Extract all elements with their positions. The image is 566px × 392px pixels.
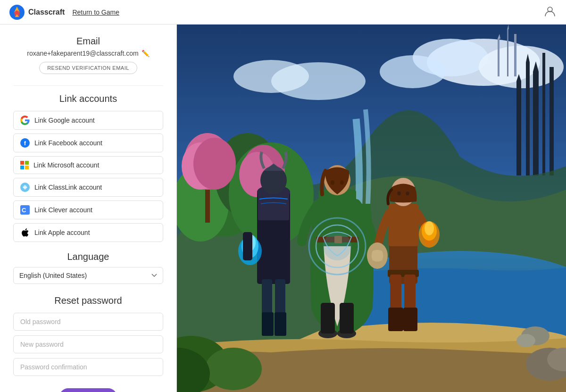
return-to-game-link[interactable]: Return to Game	[72, 8, 119, 16]
svg-rect-23	[542, 53, 545, 175]
svg-rect-16	[507, 29, 508, 76]
language-select[interactable]: English (United States) Español Français…	[13, 267, 163, 284]
link-accounts-title: Link accounts	[13, 93, 163, 104]
facebook-icon: f	[20, 138, 30, 148]
user-avatar-icon[interactable]	[543, 5, 557, 20]
link-apple-button[interactable]: Link Apple account	[13, 223, 163, 242]
svg-rect-79	[388, 308, 403, 331]
link-google-label: Link Google account	[34, 117, 95, 124]
link-classlink-button[interactable]: Link ClassLink account	[13, 178, 163, 197]
edit-email-icon[interactable]: ✏️	[142, 50, 150, 57]
svg-rect-53	[262, 312, 274, 336]
new-password-input[interactable]	[13, 335, 163, 353]
svg-rect-21	[526, 62, 530, 175]
logo-text: Classcraft	[28, 8, 65, 17]
link-accounts-section: Link accounts Link Google account f Link…	[13, 93, 163, 242]
svg-text:C: C	[22, 207, 26, 214]
link-microsoft-label: Link Microsoft account	[33, 161, 99, 169]
clever-icon: C	[20, 205, 30, 215]
link-clever-label: Link Clever account	[34, 206, 92, 214]
svg-point-12	[380, 55, 446, 88]
google-icon	[20, 116, 30, 125]
link-google-button[interactable]: Link Google account	[13, 111, 163, 130]
svg-rect-24	[549, 67, 554, 175]
svg-rect-15	[498, 39, 499, 76]
game-background	[177, 25, 566, 392]
main-layout: Email roxane+fakeparent19@classcraft.com…	[0, 25, 566, 392]
header: Classcraft Return to Game	[0, 0, 566, 25]
save-button[interactable]: SAVE	[59, 388, 117, 392]
header-left: Classcraft Return to Game	[9, 5, 119, 20]
svg-point-60	[340, 180, 344, 185]
resend-verification-button[interactable]: RESEND VERIFICATION EMAIL	[39, 62, 137, 74]
link-facebook-label: Link Facebook account	[34, 139, 102, 147]
game-scene-panel	[177, 25, 566, 392]
svg-rect-54	[275, 312, 286, 336]
link-microsoft-button[interactable]: Link Microsoft account	[13, 156, 163, 174]
left-panel: Email roxane+fakeparent19@classcraft.com…	[0, 25, 177, 392]
reset-password-title: Reset password	[13, 295, 163, 306]
classcraft-logo-icon	[9, 5, 25, 20]
svg-rect-20	[516, 81, 521, 175]
microsoft-icon	[20, 161, 29, 169]
svg-point-71	[398, 192, 401, 195]
svg-point-59	[331, 180, 334, 185]
svg-rect-50	[243, 232, 252, 260]
email-value-row: roxane+fakeparent19@classcraft.com ✏️	[13, 50, 163, 57]
svg-rect-66	[321, 303, 335, 334]
svg-rect-17	[514, 34, 516, 76]
svg-rect-69	[388, 204, 418, 246]
reset-password-section: Reset password SAVE	[13, 295, 163, 392]
logo-area: Classcraft	[9, 5, 65, 20]
link-facebook-button[interactable]: f Link Facebook account	[13, 133, 163, 152]
classlink-icon	[20, 183, 30, 192]
old-password-input[interactable]	[13, 313, 163, 331]
link-classlink-label: Link ClassLink account	[34, 183, 102, 191]
svg-point-42	[516, 334, 535, 347]
language-section: Language English (United States) Español…	[13, 251, 163, 284]
svg-rect-22	[533, 72, 539, 175]
svg-rect-67	[340, 303, 354, 334]
svg-point-35	[193, 138, 236, 190]
svg-point-14	[233, 60, 309, 93]
language-title: Language	[13, 251, 163, 262]
svg-rect-80	[403, 308, 417, 331]
link-apple-label: Link Apple account	[34, 229, 90, 236]
svg-point-75	[424, 221, 434, 235]
email-section: Email roxane+fakeparent19@classcraft.com…	[13, 36, 163, 74]
apple-icon	[20, 228, 30, 237]
link-clever-button[interactable]: C Link Clever account	[13, 200, 163, 219]
divider-1	[13, 85, 163, 86]
email-address: roxane+fakeparent19@classcraft.com	[27, 50, 138, 57]
email-section-title: Email	[13, 36, 163, 47]
svg-point-72	[406, 192, 409, 195]
svg-point-83	[205, 348, 262, 390]
confirm-password-input[interactable]	[13, 358, 163, 376]
